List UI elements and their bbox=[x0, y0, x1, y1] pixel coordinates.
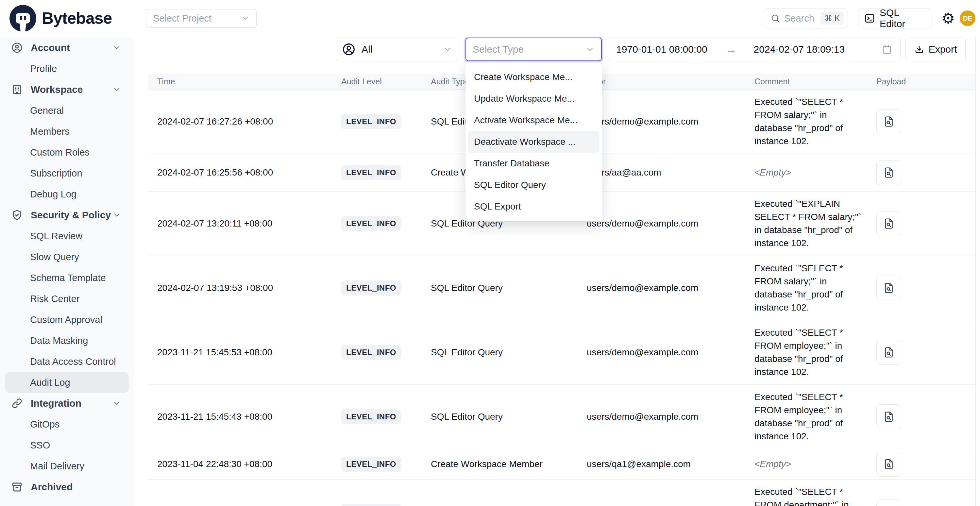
payload-view-button[interactable] bbox=[877, 275, 901, 301]
scrollbar[interactable] bbox=[975, 37, 976, 506]
sidebar-item-gitops[interactable]: GitOps bbox=[5, 414, 129, 435]
avatar[interactable]: DE bbox=[960, 10, 975, 26]
export-button[interactable]: Export bbox=[905, 38, 966, 61]
shield-check-icon bbox=[11, 209, 23, 221]
cell-comment: Executed `"SELECT * FROM salary;"` in da… bbox=[754, 95, 867, 148]
arrow-right-icon: → bbox=[726, 43, 737, 56]
sidebar-item-slow-query[interactable]: Slow Query bbox=[5, 247, 129, 267]
sidebar-item-data-masking[interactable]: Data Masking bbox=[5, 330, 129, 351]
cell-time: 2024-02-07 13:20:11 +08:00 bbox=[148, 218, 332, 229]
file-search-icon bbox=[883, 282, 895, 294]
archive-icon bbox=[11, 481, 23, 493]
payload-view-button[interactable] bbox=[877, 211, 901, 236]
sidebar-item-subscription[interactable]: Subscription bbox=[5, 163, 129, 184]
terminal-icon bbox=[864, 13, 875, 24]
column-header-comment: Comment bbox=[745, 77, 867, 86]
dropdown-option[interactable]: Update Workspace Me... bbox=[466, 88, 602, 110]
table-row: 2024-02-07 13:19:53 +08:00 LEVEL_INFO SQ… bbox=[148, 256, 975, 320]
sidebar-item-general[interactable]: General bbox=[5, 100, 129, 121]
search-icon bbox=[770, 13, 780, 23]
cell-time: 2024-02-07 16:27:26 +08:00 bbox=[148, 116, 332, 127]
column-header-time: Time bbox=[148, 77, 332, 86]
top-bar: Bytebase Select Project Search ⌘ K SQL E… bbox=[0, 0, 980, 37]
payload-view-button[interactable] bbox=[877, 340, 901, 365]
sidebar: Account Profile Workspace General Member… bbox=[0, 0, 134, 506]
sidebar-item-members[interactable]: Members bbox=[5, 121, 129, 142]
sidebar-item-label: SQL Review bbox=[30, 231, 83, 242]
sidebar-item-security-policy[interactable]: Security & Policy bbox=[5, 205, 129, 226]
dropdown-option[interactable]: Activate Workspace Me... bbox=[466, 110, 602, 131]
sidebar-item-profile[interactable]: Profile bbox=[5, 58, 129, 79]
payload-view-button[interactable] bbox=[877, 109, 901, 134]
user-circle-icon bbox=[11, 42, 23, 54]
sidebar-item-custom-approval[interactable]: Custom Approval bbox=[5, 309, 129, 330]
sql-editor-label: SQL Editor bbox=[880, 7, 926, 29]
file-search-icon bbox=[883, 218, 895, 229]
payload-view-button[interactable] bbox=[877, 404, 901, 429]
sidebar-item-sso[interactable]: SSO bbox=[5, 435, 129, 456]
cell-audit-level: LEVEL_INFO bbox=[332, 345, 422, 360]
file-search-icon bbox=[883, 167, 895, 178]
cell-audit-level: LEVEL_INFO bbox=[332, 216, 422, 231]
cell-comment: <Empty> bbox=[754, 166, 867, 179]
sidebar-item-mail-delivery[interactable]: Mail Delivery bbox=[5, 456, 129, 477]
cell-comment: Executed `"SELECT * FROM department;"` i… bbox=[754, 485, 867, 506]
sidebar-item-data-access-control[interactable]: Data Access Control bbox=[5, 351, 129, 372]
level-badge: LEVEL_INFO bbox=[341, 165, 401, 180]
sidebar-item-label: Risk Center bbox=[30, 294, 80, 304]
dropdown-option[interactable]: SQL Editor Query bbox=[466, 174, 602, 196]
chevron-down-icon bbox=[113, 43, 121, 52]
chevron-down-icon bbox=[113, 399, 121, 407]
sidebar-item-label: Mail Delivery bbox=[30, 461, 84, 472]
sidebar-item-archived[interactable]: Archived bbox=[5, 477, 129, 498]
payload-view-button[interactable] bbox=[877, 499, 901, 506]
type-filter-placeholder: Select Type bbox=[473, 44, 585, 55]
dropdown-option[interactable]: SQL Export bbox=[466, 196, 602, 217]
cell-comment: Executed `"SELECT * FROM employee;"` in … bbox=[754, 326, 867, 379]
brand-name: Bytebase bbox=[42, 9, 112, 28]
cell-time: 2023-11-21 15:45:43 +08:00 bbox=[148, 412, 332, 422]
dropdown-option[interactable]: Deactivate Workspace ... bbox=[468, 131, 599, 153]
cell-comment: Executed `"EXPLAIN SELECT * FROM salary;… bbox=[754, 197, 867, 250]
sidebar-item-custom-roles[interactable]: Custom Roles bbox=[5, 142, 129, 163]
cell-actor: users/demo@example.com bbox=[578, 218, 745, 229]
sidebar-item-label: Subscription bbox=[30, 168, 83, 179]
cell-audit-type: SQL Editor Query bbox=[422, 412, 578, 422]
type-filter-select[interactable]: Select Type bbox=[466, 38, 602, 61]
sidebar-item-integration[interactable]: Integration bbox=[5, 393, 129, 414]
chevron-down-icon bbox=[443, 45, 452, 54]
cell-time: 2023-11-21 15:45:53 +08:00 bbox=[148, 347, 332, 358]
sidebar-item-schema-template[interactable]: Schema Template bbox=[5, 267, 129, 288]
project-select[interactable]: Select Project bbox=[146, 9, 257, 28]
sidebar-item-label: Workspace bbox=[31, 84, 83, 95]
link-icon bbox=[11, 398, 23, 409]
sidebar-item-label: Data Access Control bbox=[30, 356, 116, 367]
actor-filter-select[interactable]: All bbox=[336, 38, 458, 61]
table-row: 2023-11-21 15:45:53 +08:00 LEVEL_INFO SQ… bbox=[148, 320, 975, 385]
sidebar-item-workspace[interactable]: Workspace bbox=[5, 79, 129, 100]
dropdown-option[interactable]: Transfer Database bbox=[466, 153, 602, 174]
payload-view-button[interactable] bbox=[877, 452, 901, 477]
payload-view-button[interactable] bbox=[877, 160, 901, 185]
sidebar-item-label: Custom Roles bbox=[30, 147, 89, 158]
sidebar-item-label: Members bbox=[30, 126, 70, 137]
sql-editor-button[interactable]: SQL Editor bbox=[858, 8, 932, 29]
sidebar-item-label: General bbox=[30, 105, 64, 116]
sidebar-item-sql-review[interactable]: SQL Review bbox=[5, 226, 129, 247]
dropdown-option[interactable]: Create Workspace Me... bbox=[466, 66, 602, 88]
sidebar-item-label: Security & Policy bbox=[31, 210, 111, 221]
sidebar-item-label: Slow Query bbox=[30, 252, 79, 263]
sidebar-item-debug-log[interactable]: Debug Log bbox=[5, 184, 129, 205]
project-select-label: Select Project bbox=[153, 13, 240, 24]
cell-audit-level: LEVEL_INFO bbox=[332, 280, 422, 296]
sidebar-item-risk-center[interactable]: Risk Center bbox=[5, 288, 129, 309]
sidebar-item-audit-log[interactable]: Audit Log bbox=[5, 372, 129, 393]
cell-actor: users/aa@aa.com bbox=[578, 167, 745, 178]
gear-icon[interactable]: ⚙ bbox=[942, 10, 955, 27]
cell-audit-type: SQL Editor Query bbox=[422, 347, 578, 358]
search-input[interactable]: Search ⌘ K bbox=[765, 8, 848, 29]
date-range-picker[interactable]: 1970-01-01 08:00:00 → 2024-02-07 18:09:1… bbox=[608, 38, 900, 61]
person-circle-icon bbox=[342, 43, 356, 56]
cell-time: 2024-02-07 13:19:53 +08:00 bbox=[148, 283, 332, 293]
sidebar-item-account[interactable]: Account bbox=[5, 37, 129, 58]
